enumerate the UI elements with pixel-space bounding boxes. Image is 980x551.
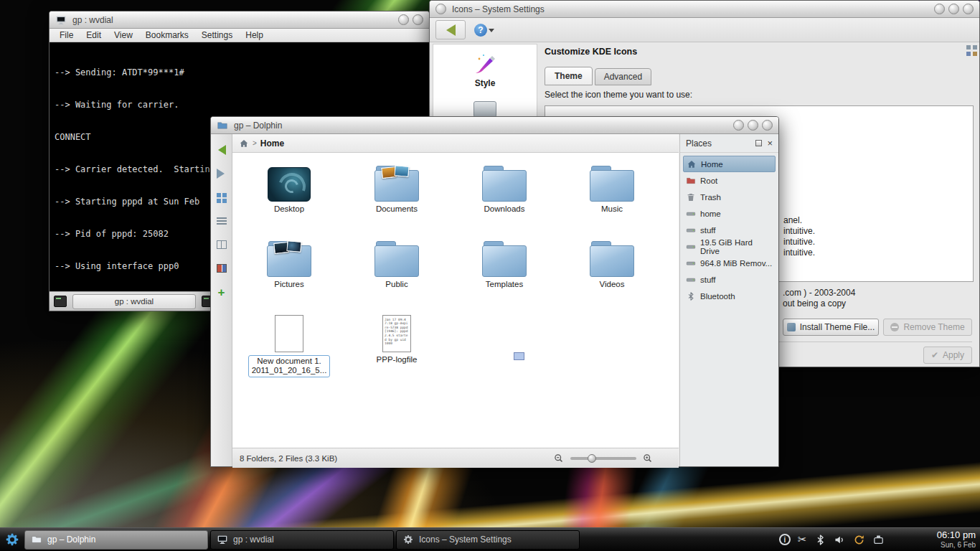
folder-item-desktop[interactable]: Desktop [235,157,343,215]
places-item-stuff[interactable]: stuff [683,222,776,238]
tab-theme[interactable]: Theme [545,67,593,85]
zoom-controls [554,453,653,463]
dolphin-titlebar[interactable]: gp – Dolphin [211,117,778,134]
breadcrumb-home[interactable]: Home [260,138,284,149]
overview-grid-icon[interactable] [966,45,971,50]
menu-edit[interactable]: Edit [86,30,101,40]
apply-button[interactable]: ✔ Apply [923,347,972,364]
menu-settings[interactable]: Settings [202,30,232,40]
menu-bookmarks[interactable]: Bookmarks [146,30,189,40]
minimize-button[interactable] [733,120,744,131]
drive-icon [686,209,696,219]
places-label: 19.5 GiB Hard Drive [700,238,773,255]
pictures-folder-icon [267,241,311,277]
klipper-scissors-icon[interactable]: ✂ [798,533,807,546]
file-preview-text: Jan 17 09:47:18 gp-Aspire-5738 pppd[1946… [383,316,410,352]
maximize-button[interactable] [398,14,409,25]
device-notifier-icon[interactable] [872,534,885,546]
places-panel-header[interactable]: Places × [680,134,778,153]
menu-view[interactable]: View [114,30,133,40]
help-button[interactable]: ? [474,24,494,37]
folder-icon [482,241,527,277]
folder-item-music[interactable]: Music [558,157,666,215]
places-item-root[interactable]: Root [683,172,776,189]
menu-help[interactable]: Help [245,30,263,40]
close-button[interactable] [413,14,423,25]
sidebar-item-partial-icon[interactable] [473,101,496,118]
undock-icon[interactable] [755,140,762,146]
folder-label: Desktop [274,204,304,215]
add-tab-button[interactable]: + [215,285,229,299]
install-theme-button[interactable]: Install Theme File... [783,319,879,336]
window-menu-button[interactable] [435,4,446,14]
places-item-bluetooth[interactable]: Bluetooth [683,288,776,304]
icons-view-button[interactable] [215,190,229,204]
folder-label: Videos [600,280,625,290]
window-controls [733,120,773,131]
task-manager: gp – Dolphin gp : wvdial Icons – System … [24,530,580,550]
places-label: stuff [700,226,716,235]
settings-window-title: Icons – System Settings [452,4,545,14]
network-sync-icon[interactable] [853,534,865,546]
details-view-button[interactable] [215,237,229,252]
minimize-button[interactable] [934,4,945,14]
icon-wrap [590,232,634,277]
notifications-icon[interactable]: i [779,534,791,545]
maximize-button[interactable] [948,4,959,14]
volume-icon[interactable] [834,534,846,546]
icon-wrap: Jan 17 09:47:18 gp-Aspire-5738 pppd[1946… [382,308,411,352]
stray-drag-ghost-icon [514,352,524,360]
close-button[interactable] [762,120,773,131]
file-item-ppp-logfile[interactable]: Jan 17 09:47:18 gp-Aspire-5738 pppd[1946… [343,308,451,378]
folder-item-documents[interactable]: Documents [343,157,451,215]
bluetooth-tray-icon[interactable] [814,534,826,546]
back-button[interactable] [215,143,229,157]
zoom-slider[interactable] [570,457,636,460]
folder-label: Templates [486,280,523,290]
places-item-hard-drive[interactable]: 19.5 GiB Hard Drive [683,238,776,255]
places-item-home-partition[interactable]: home [683,205,776,222]
folder-view[interactable]: Desktop Documents Downloads [232,153,679,448]
folder-item-downloads[interactable]: Downloads [451,157,558,215]
taskbar-item-system-settings[interactable]: Icons – System Settings [396,530,580,550]
app-launcher-button[interactable] [2,530,22,550]
places-item-stuff-2[interactable]: stuff [683,271,776,288]
new-tab-button[interactable] [54,296,67,307]
sidebar-item-style[interactable]: Style [475,78,496,88]
blank-document-icon [275,315,303,352]
folder-item-videos[interactable]: Videos [558,232,666,290]
places-label: Trash [700,193,721,202]
breadcrumb[interactable]: > Home [232,134,679,153]
close-button[interactable] [963,4,974,14]
back-button[interactable] [435,20,466,39]
compact-view-button[interactable] [215,214,229,228]
settings-titlebar[interactable]: Icons – System Settings [430,1,979,18]
close-panel-icon[interactable]: × [767,138,773,148]
places-item-home[interactable]: Home [683,156,776,172]
digital-clock[interactable]: 06:10 pm Sun, 6 Feb [937,529,976,550]
zoom-in-icon[interactable] [643,453,653,463]
places-title: Places [686,138,712,149]
taskbar-item-dolphin[interactable]: gp – Dolphin [24,530,208,550]
menu-file[interactable]: File [60,30,73,40]
file-item-new-document[interactable]: New document 1. 2011_01_20_16_5... [235,308,343,378]
remove-theme-button[interactable]: Remove Theme [883,319,972,336]
places-label: stuff [700,276,716,284]
terminal-tab[interactable]: gp : wvdial [72,294,196,309]
forward-arrow-icon [217,169,230,179]
terminal-titlebar[interactable]: gp : wvdial [50,11,429,29]
split-view-button[interactable] [215,261,229,276]
places-item-removable[interactable]: 964.8 MiB Remov... [683,255,776,271]
tab-advanced[interactable]: Advanced [595,68,651,85]
window-controls [398,14,423,25]
folder-item-pictures[interactable]: Pictures [235,232,343,290]
taskbar-item-wvdial[interactable]: gp : wvdial [210,530,394,550]
forward-button[interactable] [215,166,229,181]
zoom-slider-handle[interactable] [588,454,596,463]
folder-item-templates[interactable]: Templates [451,232,558,290]
places-item-trash[interactable]: Trash [683,189,776,205]
zoom-out-icon[interactable] [554,453,564,463]
folder-icon [590,166,634,202]
maximize-button[interactable] [748,120,758,131]
folder-item-public[interactable]: Public [343,232,451,290]
